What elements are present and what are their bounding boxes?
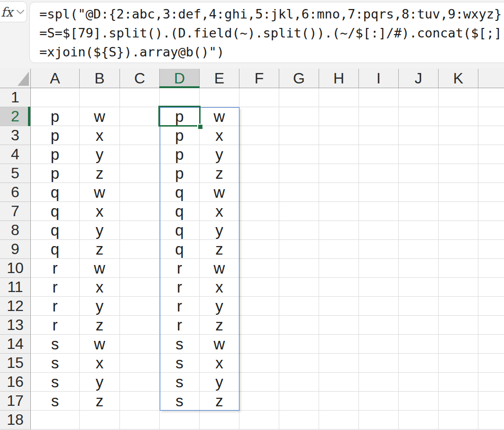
cell-B7[interactable]: x <box>80 202 120 221</box>
cell-I10[interactable] <box>359 259 399 278</box>
column-header-F[interactable]: F <box>239 69 279 88</box>
cell-K7[interactable] <box>439 202 478 221</box>
cell-F6[interactable] <box>239 183 279 202</box>
cell-I11[interactable] <box>359 278 399 297</box>
cell-G6[interactable] <box>279 183 319 202</box>
cell-J10[interactable] <box>399 259 439 278</box>
cell-C6[interactable] <box>120 183 160 202</box>
cell-overflow-18[interactable] <box>478 411 504 430</box>
cell-B14[interactable]: w <box>80 335 120 354</box>
cell-D17[interactable]: s <box>160 392 200 411</box>
cell-F5[interactable] <box>239 164 279 183</box>
cell-B2[interactable]: w <box>80 107 120 126</box>
cell-F1[interactable] <box>239 88 279 107</box>
cell-F13[interactable] <box>239 316 279 335</box>
row-header-16[interactable]: 16 <box>0 373 31 392</box>
cell-overflow-15[interactable] <box>478 354 504 373</box>
cell-overflow-1[interactable] <box>478 88 504 107</box>
cell-C8[interactable] <box>120 221 160 240</box>
cell-C9[interactable] <box>120 240 160 259</box>
cell-A11[interactable]: r <box>31 278 80 297</box>
cell-B5[interactable]: z <box>80 164 120 183</box>
cell-G11[interactable] <box>279 278 319 297</box>
cell-A9[interactable]: q <box>31 240 80 259</box>
cell-C1[interactable] <box>120 88 160 107</box>
cell-G8[interactable] <box>279 221 319 240</box>
formula-input[interactable]: =spl("@D:{2:abc,3:def,4:ghi,5:jkl,6:mno,… <box>29 2 504 63</box>
insert-function-button[interactable]: fx <box>0 1 27 22</box>
column-header-overflow[interactable] <box>478 69 504 88</box>
cell-B9[interactable]: z <box>80 240 120 259</box>
cell-F18[interactable] <box>239 411 279 430</box>
cell-F4[interactable] <box>239 145 279 164</box>
cell-G3[interactable] <box>279 126 319 145</box>
cell-H13[interactable] <box>319 316 359 335</box>
row-header-7[interactable]: 7 <box>0 202 31 221</box>
cell-H16[interactable] <box>319 373 359 392</box>
cell-D8[interactable]: q <box>160 221 200 240</box>
cell-F11[interactable] <box>239 278 279 297</box>
cell-E8[interactable]: y <box>200 221 239 240</box>
cell-A4[interactable]: p <box>31 145 80 164</box>
cell-overflow-10[interactable] <box>478 259 504 278</box>
cell-A17[interactable]: s <box>31 392 80 411</box>
cell-overflow-4[interactable] <box>478 145 504 164</box>
row-header-2[interactable]: 2 <box>0 107 31 126</box>
cell-J14[interactable] <box>399 335 439 354</box>
row-header-13[interactable]: 13 <box>0 316 31 335</box>
cell-K16[interactable] <box>439 373 478 392</box>
cell-K17[interactable] <box>439 392 478 411</box>
cell-overflow-13[interactable] <box>478 316 504 335</box>
row-header-5[interactable]: 5 <box>0 164 31 183</box>
cell-G5[interactable] <box>279 164 319 183</box>
cell-F7[interactable] <box>239 202 279 221</box>
cell-K3[interactable] <box>439 126 478 145</box>
cell-J8[interactable] <box>399 221 439 240</box>
row-header-6[interactable]: 6 <box>0 183 31 202</box>
cell-G4[interactable] <box>279 145 319 164</box>
cell-B13[interactable]: z <box>80 316 120 335</box>
cell-E5[interactable]: z <box>200 164 239 183</box>
cell-B16[interactable]: y <box>80 373 120 392</box>
cell-overflow-17[interactable] <box>478 392 504 411</box>
cell-C7[interactable] <box>120 202 160 221</box>
cell-overflow-6[interactable] <box>478 183 504 202</box>
cell-E9[interactable]: z <box>200 240 239 259</box>
cell-C12[interactable] <box>120 297 160 316</box>
cell-overflow-14[interactable] <box>478 335 504 354</box>
cell-C16[interactable] <box>120 373 160 392</box>
cell-A2[interactable]: p <box>31 107 80 126</box>
cell-I12[interactable] <box>359 297 399 316</box>
cell-I16[interactable] <box>359 373 399 392</box>
cell-B4[interactable]: y <box>80 145 120 164</box>
row-header-11[interactable]: 11 <box>0 278 31 297</box>
cell-F2[interactable] <box>239 107 279 126</box>
cell-B6[interactable]: w <box>80 183 120 202</box>
cell-G2[interactable] <box>279 107 319 126</box>
cell-B8[interactable]: y <box>80 221 120 240</box>
cell-I2[interactable] <box>359 107 399 126</box>
cell-G9[interactable] <box>279 240 319 259</box>
row-header-9[interactable]: 9 <box>0 240 31 259</box>
cell-overflow-11[interactable] <box>478 278 504 297</box>
cell-A15[interactable]: s <box>31 354 80 373</box>
column-header-G[interactable]: G <box>279 69 319 88</box>
cell-B10[interactable]: w <box>80 259 120 278</box>
cell-H1[interactable] <box>319 88 359 107</box>
cell-J9[interactable] <box>399 240 439 259</box>
cell-overflow-9[interactable] <box>478 240 504 259</box>
cell-A18[interactable] <box>31 411 80 430</box>
cell-J12[interactable] <box>399 297 439 316</box>
cell-E17[interactable]: z <box>200 392 239 411</box>
cell-B15[interactable]: x <box>80 354 120 373</box>
cell-C4[interactable] <box>120 145 160 164</box>
cell-G13[interactable] <box>279 316 319 335</box>
cell-G17[interactable] <box>279 392 319 411</box>
cell-I13[interactable] <box>359 316 399 335</box>
cell-C10[interactable] <box>120 259 160 278</box>
cell-B3[interactable]: x <box>80 126 120 145</box>
cell-J2[interactable] <box>399 107 439 126</box>
cell-D6[interactable]: q <box>160 183 200 202</box>
cell-G16[interactable] <box>279 373 319 392</box>
cell-C2[interactable] <box>120 107 160 126</box>
